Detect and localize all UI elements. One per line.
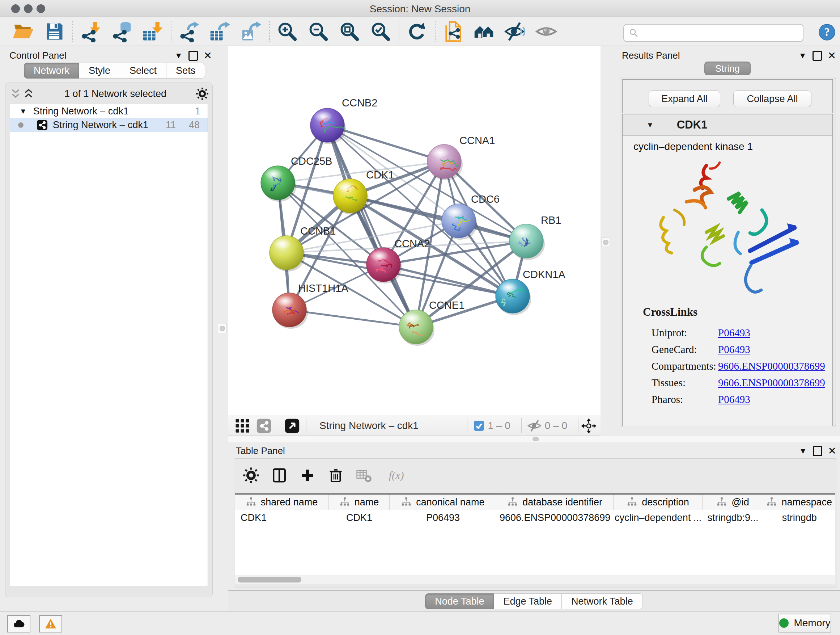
table-horizontal-scrollbar[interactable] xyxy=(235,575,835,584)
table-panel-close-button[interactable]: ✕ xyxy=(828,447,836,455)
cell-shared-name[interactable]: CDK1 xyxy=(235,510,329,525)
left-splitter-handle[interactable] xyxy=(218,324,226,333)
delete-column-trash-icon[interactable] xyxy=(327,467,344,484)
control-panel-close-button[interactable]: ✕ xyxy=(204,52,212,60)
string-network-graph[interactable]: CCNB2 CCNA1 CDC25B CDK1 CDC6 RB1 CCNB1 xyxy=(228,46,600,416)
node-ccnb1[interactable]: CCNB1 xyxy=(270,225,336,272)
cdk1-section-header[interactable]: ▼ CDK1 xyxy=(622,114,832,136)
export-image-button[interactable] xyxy=(240,21,262,42)
column-header-shared-name[interactable]: shared name xyxy=(235,494,329,510)
crosslink-link[interactable]: 9606.ENSP00000378699 xyxy=(718,377,825,389)
refresh-network-view-button[interactable] xyxy=(406,21,428,42)
node-ccna1[interactable]: CCNA1 xyxy=(427,135,495,180)
column-header-description[interactable]: description xyxy=(614,494,702,510)
cell-canonical-name[interactable]: P06493 xyxy=(390,510,496,525)
right-splitter-handle[interactable] xyxy=(601,238,610,247)
column-header-database-identifier[interactable]: database identifier xyxy=(496,494,614,510)
string-style-icon[interactable] xyxy=(256,418,272,434)
toggle-graphics-details-button[interactable] xyxy=(504,21,526,42)
horizontal-splitter[interactable] xyxy=(228,435,840,443)
zoom-fit-button[interactable] xyxy=(339,21,360,42)
table-row[interactable]: CDK1CDK1P064939606.ENSP00000378699cyclin… xyxy=(235,510,835,525)
crosslink-link[interactable]: P06493 xyxy=(718,327,750,339)
edge-ccnb2-ccne1[interactable] xyxy=(327,125,416,327)
open-in-new-window-icon[interactable] xyxy=(284,418,300,434)
cell-namespace[interactable]: stringdb xyxy=(763,510,835,525)
network-canvas[interactable]: CCNB2 CCNA1 CDC25B CDK1 CDC6 RB1 CCNB1 xyxy=(228,46,600,416)
cell-name[interactable]: CDK1 xyxy=(329,510,390,525)
cell-description[interactable]: cyclin–dependent ... xyxy=(614,510,702,525)
edge-hist1h1a-ccne1[interactable] xyxy=(289,310,416,327)
crosslink-link[interactable]: 9606.ENSP00000378699 xyxy=(718,360,825,372)
results-panel-close-button[interactable]: ✕ xyxy=(828,52,836,60)
tab-edge-table[interactable]: Edge Table xyxy=(494,593,562,609)
export-table-button[interactable] xyxy=(209,21,231,42)
hidden-elements-eye-icon[interactable] xyxy=(527,418,542,433)
show-column-icon[interactable] xyxy=(271,467,287,484)
memory-button[interactable]: Memory xyxy=(778,614,831,632)
table-panel-float-button[interactable] xyxy=(813,446,822,456)
column-header-id[interactable]: @id xyxy=(703,494,764,510)
save-session-button[interactable] xyxy=(43,21,65,42)
network-collection-row[interactable]: ▼ String Network – cdk1 1 xyxy=(10,104,208,118)
warnings-button[interactable] xyxy=(39,615,62,632)
collapse-all-networks-icon[interactable] xyxy=(9,87,22,100)
search-box[interactable] xyxy=(623,24,804,42)
help-button[interactable]: ? xyxy=(818,23,836,41)
control-panel-menu-icon[interactable]: ▼ xyxy=(175,51,183,60)
node-table[interactable]: shared namenamecanonical namedatabase id… xyxy=(235,494,835,576)
expand-all-button[interactable]: Expand All xyxy=(649,90,720,107)
horizontal-splitter-handle[interactable] xyxy=(532,437,539,441)
birdseye-grid-icon[interactable] xyxy=(234,418,251,434)
cell-id[interactable]: stringdb:9... xyxy=(703,510,764,525)
column-header-namespace[interactable]: namespace xyxy=(763,494,835,510)
export-network-button[interactable] xyxy=(178,21,200,42)
collapse-all-button[interactable]: Collapse All xyxy=(733,90,812,107)
zoom-out-button[interactable] xyxy=(308,21,329,42)
tree-expand-icon[interactable]: ▼ xyxy=(19,107,27,116)
pan-crosshair-icon[interactable] xyxy=(581,418,597,434)
column-header-canonical-name[interactable]: canonical name xyxy=(390,494,496,510)
node-cdkn1a[interactable]: CDKN1A xyxy=(496,269,565,315)
left-splitter[interactable] xyxy=(216,46,228,435)
tab-node-table[interactable]: Node Table xyxy=(425,593,494,609)
tab-network-table[interactable]: Network Table xyxy=(562,593,643,609)
cloud-status-button[interactable] xyxy=(7,615,30,632)
tab-select[interactable]: Select xyxy=(120,63,166,79)
import-table-from-file-button[interactable] xyxy=(142,21,164,42)
results-panel-float-button[interactable] xyxy=(813,51,822,61)
node-rb1[interactable]: RB1 xyxy=(509,214,561,260)
network-row-selected[interactable]: String Network – cdk1 11 48 xyxy=(10,118,208,132)
open-session-button[interactable] xyxy=(12,21,34,42)
node-ccne1[interactable]: CCNE1 xyxy=(399,299,464,346)
network-options-gear-icon[interactable] xyxy=(196,87,209,100)
zoom-in-button[interactable] xyxy=(276,21,298,42)
search-input[interactable] xyxy=(639,25,803,41)
tab-string[interactable]: String xyxy=(704,62,751,75)
column-header-name[interactable]: name xyxy=(329,494,390,510)
import-network-from-database-button[interactable] xyxy=(111,21,133,42)
scrollbar-thumb[interactable] xyxy=(238,577,302,583)
crosslink-link[interactable]: P06493 xyxy=(718,394,750,405)
crosslink-link[interactable]: P06493 xyxy=(718,344,750,356)
control-panel-float-button[interactable] xyxy=(188,51,198,61)
expand-all-networks-icon[interactable] xyxy=(22,87,35,100)
tab-network[interactable]: Network xyxy=(24,63,79,79)
table-options-gear-icon[interactable] xyxy=(243,467,259,484)
node-cdc25b[interactable]: CDC25B xyxy=(261,155,332,202)
tab-sets[interactable]: Sets xyxy=(166,63,205,79)
right-splitter[interactable] xyxy=(600,46,618,435)
zoom-selected-button[interactable] xyxy=(370,21,392,42)
selected-nodes-checkbox-icon[interactable] xyxy=(473,420,485,432)
share-network-document-button[interactable] xyxy=(442,21,464,42)
show-hidden-elements-button[interactable] xyxy=(535,21,557,42)
cdk1-collapse-icon[interactable]: ▼ xyxy=(646,121,654,129)
create-column-plus-icon[interactable] xyxy=(299,467,316,484)
cell-database-identifier[interactable]: 9606.ENSP00000378699 xyxy=(496,510,614,525)
home-hub-button[interactable] xyxy=(473,21,495,42)
results-panel-menu-icon[interactable]: ▼ xyxy=(799,51,807,60)
node-hist1h1a[interactable]: HIST1H1A xyxy=(272,282,348,329)
import-network-from-file-button[interactable] xyxy=(80,21,101,42)
table-panel-menu-icon[interactable]: ▼ xyxy=(799,447,807,456)
tab-style[interactable]: Style xyxy=(79,63,120,79)
